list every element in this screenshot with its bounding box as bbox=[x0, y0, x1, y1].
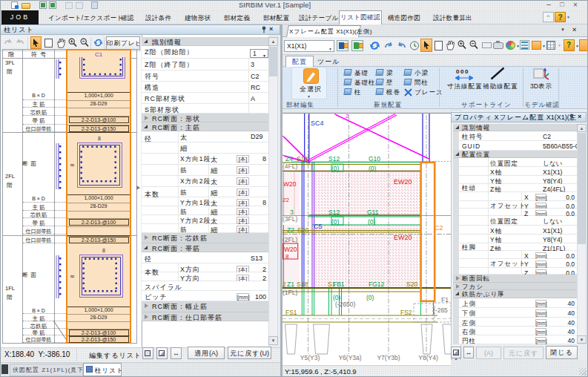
svg-text:G11: G11 bbox=[367, 209, 379, 216]
svg-text:S18: S18 bbox=[297, 155, 308, 163]
svg-text:W20: W20 bbox=[284, 246, 297, 253]
svg-text:Y5(Y3): Y5(Y3) bbox=[300, 354, 320, 361]
svg-text:S20: S20 bbox=[297, 226, 308, 234]
svg-text:Z2: Z2 bbox=[287, 226, 294, 234]
svg-text:2: 2 bbox=[346, 113, 349, 119]
svg-text:W20: W20 bbox=[283, 180, 297, 188]
svg-text:Y6(Y3a): Y6(Y3a) bbox=[338, 354, 361, 361]
svg-text:(-265: (-265 bbox=[433, 306, 448, 314]
svg-text:S20: S20 bbox=[406, 281, 417, 288]
svg-text:(3FL): (3FL) bbox=[283, 215, 297, 223]
svg-text:G10: G10 bbox=[369, 155, 380, 163]
svg-text:SC4: SC4 bbox=[311, 119, 324, 127]
svg-text:(0): (0) bbox=[331, 165, 340, 172]
svg-text:FS2: FS2 bbox=[400, 309, 412, 316]
svg-text:22: 22 bbox=[283, 197, 289, 203]
svg-text:8: 8 bbox=[285, 253, 289, 260]
svg-text:Z1: Z1 bbox=[287, 281, 294, 288]
svg-text:EW20: EW20 bbox=[394, 234, 412, 241]
svg-text:Y8(Y4): Y8(Y4) bbox=[418, 354, 438, 361]
svg-text:(-2650): (-2650) bbox=[335, 301, 356, 308]
svg-text:C5: C5 bbox=[314, 223, 323, 230]
svg-text:FS1: FS1 bbox=[285, 309, 297, 316]
svg-text:FG12: FG12 bbox=[369, 281, 385, 288]
svg-text:EW20: EW20 bbox=[394, 178, 412, 186]
svg-text:2: 2 bbox=[283, 281, 286, 288]
svg-text:Z4: Z4 bbox=[285, 155, 293, 163]
svg-text:(0): (0) bbox=[369, 165, 377, 172]
svg-text:(0): (0) bbox=[368, 218, 376, 226]
svg-text:(4FL): (4FL) bbox=[283, 163, 297, 170]
svg-text:(0): (0) bbox=[366, 294, 374, 301]
svg-text:S18: S18 bbox=[297, 281, 308, 288]
svg-text:Y7(Y3b): Y7(Y3b) bbox=[377, 354, 400, 361]
svg-text:C2: C2 bbox=[435, 224, 443, 232]
svg-text:S12: S12 bbox=[328, 209, 340, 216]
svg-text:3: 3 bbox=[290, 209, 294, 216]
svg-text:(2FL): (2FL) bbox=[283, 236, 297, 243]
svg-text:S12: S12 bbox=[328, 155, 340, 163]
svg-text:(1FL): (1FL) bbox=[283, 289, 297, 296]
svg-text:FB1: FB1 bbox=[333, 281, 345, 288]
svg-text:F1: F1 bbox=[441, 296, 449, 304]
svg-text:(0): (0) bbox=[331, 218, 340, 226]
